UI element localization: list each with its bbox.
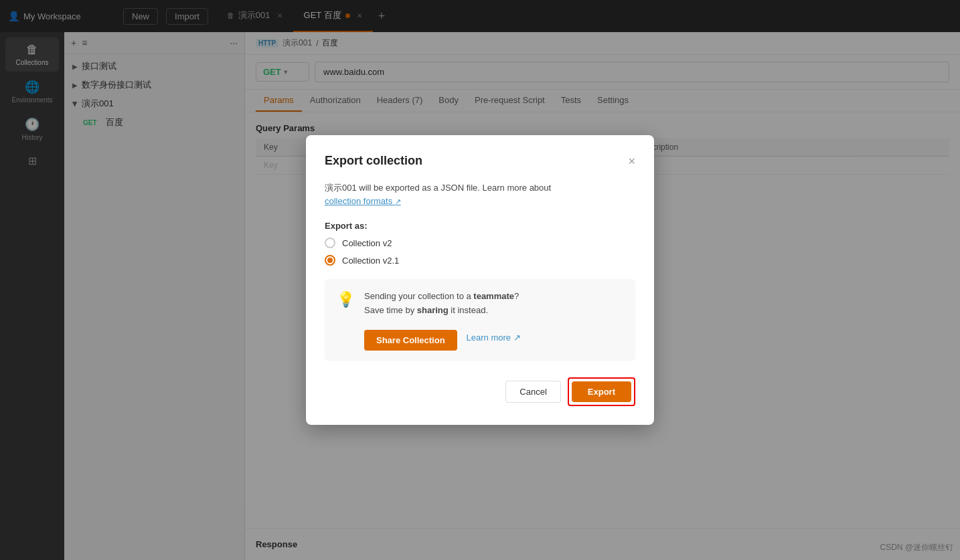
cancel-button[interactable]: Cancel [505, 381, 560, 403]
tip-content: Sending your collection to a teammate? S… [364, 290, 521, 351]
export-collection-modal: Export collection × 演示001 will be export… [306, 135, 654, 425]
modal-description: 演示001 will be exported as a JSON file. L… [325, 181, 635, 207]
modal-desc-text: 演示001 will be exported as a JSON file. L… [325, 183, 551, 193]
radio-v2-1-circle [325, 255, 335, 266]
external-link-icon: ↗ [395, 197, 401, 205]
tip-text: Sending your collection to a teammate? S… [364, 290, 521, 318]
modal-title: Export collection [325, 154, 422, 168]
modal-close-button[interactable]: × [628, 155, 635, 167]
lightbulb-icon: 💡 [337, 291, 355, 308]
share-collection-button[interactable]: Share Collection [364, 330, 457, 351]
modal-header: Export collection × [325, 154, 635, 168]
tip-box: 💡 Sending your collection to a teammate?… [325, 279, 635, 361]
modal-footer: Cancel Export [325, 377, 635, 406]
radio-group: Collection v2 Collection v2.1 [325, 238, 635, 266]
radio-v2-circle [325, 238, 335, 248]
radio-option-v2-1[interactable]: Collection v2.1 [325, 255, 635, 266]
radio-v2-1-label: Collection v2.1 [342, 256, 399, 266]
collection-formats-link[interactable]: collection formats ↗ [325, 196, 401, 206]
export-as-label: Export as: [325, 221, 635, 231]
radio-option-v2[interactable]: Collection v2 [325, 238, 635, 248]
learn-more-link[interactable]: Learn more ↗ [467, 333, 521, 343]
modal-overlay: Export collection × 演示001 will be export… [0, 0, 960, 560]
export-button[interactable]: Export [572, 381, 631, 402]
export-highlight-box: Export [568, 377, 635, 406]
radio-v2-label: Collection v2 [342, 238, 392, 248]
